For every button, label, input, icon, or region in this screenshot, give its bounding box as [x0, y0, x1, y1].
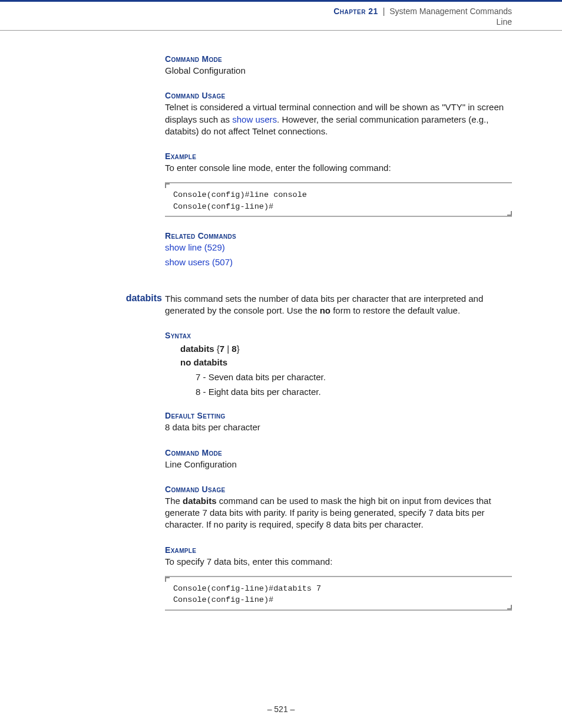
- syntax-line-1: databits {7 | 8}: [180, 344, 512, 354]
- usage2-bold: databits: [183, 496, 217, 506]
- chapter-label: Chapter 21: [333, 6, 378, 16]
- syntax-desc-7: 7 - Seven data bits per character.: [196, 372, 512, 382]
- related-link-show-users[interactable]: show users (507): [165, 256, 512, 268]
- command-usage-heading-2: Command Usage: [165, 485, 512, 494]
- syntax-brace-open: {: [214, 344, 220, 354]
- syntax-cmd: databits: [180, 344, 214, 354]
- related-commands-heading: Related Commands: [165, 231, 512, 241]
- databits-intro: This command sets the number of data bit…: [165, 293, 512, 317]
- command-usage-text-2: The databits command can be used to mask…: [165, 495, 512, 531]
- default-setting-heading: Default Setting: [165, 411, 512, 420]
- command-name-label: databits: [109, 293, 162, 304]
- syntax-desc-8: 8 - Eight data bits per character.: [196, 387, 512, 397]
- command-usage-heading: Command Usage: [165, 91, 512, 100]
- intro-post: form to restore the default value.: [330, 305, 460, 315]
- example-text-2: To specify 7 data bits, enter this comma…: [165, 556, 512, 568]
- header-separator: |: [383, 6, 385, 16]
- default-setting-text: 8 data bits per character: [165, 421, 512, 433]
- syntax-heading: Syntax: [165, 331, 512, 340]
- syntax-7: 7: [220, 344, 224, 354]
- show-users-link[interactable]: show users: [232, 114, 277, 124]
- header-subtitle: Line: [0, 17, 512, 27]
- usage2-pre: The: [165, 496, 183, 506]
- example-text: To enter console line mode, enter the fo…: [165, 162, 512, 174]
- intro-bold: no: [320, 305, 330, 315]
- header-title: System Management Commands: [389, 6, 512, 16]
- syntax-pipe: |: [224, 344, 232, 354]
- command-mode-heading-2: Command Mode: [165, 448, 512, 457]
- code-block-2: Console(config-line)#databits 7 Console(…: [165, 576, 512, 611]
- page-number: – 521 –: [0, 704, 562, 714]
- page-header: Chapter 21 | System Management Commands …: [0, 0, 562, 31]
- syntax-brace-close: }: [237, 344, 240, 354]
- command-mode-text: Global Configuration: [165, 65, 512, 77]
- syntax-line-2: no databits: [180, 357, 512, 367]
- command-usage-text: Telnet is considered a virtual terminal …: [165, 101, 512, 137]
- command-mode-heading: Command Mode: [165, 54, 512, 64]
- example-heading-2: Example: [165, 545, 512, 555]
- example-heading: Example: [165, 151, 512, 161]
- command-mode-text-2: Line Configuration: [165, 459, 512, 470]
- code-block: Console(config)#line console Console(con…: [165, 182, 512, 217]
- syntax-8: 8: [232, 344, 236, 354]
- related-link-show-line[interactable]: show line (529): [165, 242, 512, 253]
- syntax-block: databits {7 | 8} no databits 7 - Seven d…: [180, 344, 512, 397]
